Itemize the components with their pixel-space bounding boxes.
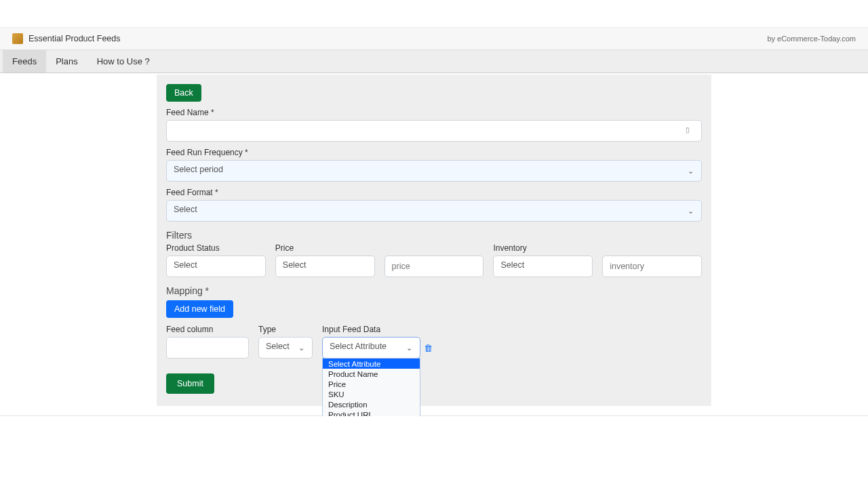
- mapping-heading: Mapping *: [166, 285, 702, 296]
- attribute-option[interactable]: Select Attribute: [323, 359, 420, 369]
- input-context-icon: ▯: [686, 126, 690, 134]
- attribute-dropdown[interactable]: Select AttributeProduct NamePriceSKUDesc…: [322, 358, 420, 416]
- app-header: Essential Product Feeds by eCommerce-Tod…: [0, 27, 868, 50]
- price-label: Price: [275, 243, 375, 253]
- attribute-select[interactable]: Select Attribute: [322, 337, 420, 359]
- run-frequency-label: Feed Run Frequency *: [166, 148, 702, 157]
- feed-column-input[interactable]: [166, 337, 249, 359]
- attribute-option[interactable]: Product URL: [323, 409, 420, 416]
- price-input[interactable]: [384, 256, 484, 277]
- feed-name-input[interactable]: [166, 120, 702, 142]
- add-new-field-button[interactable]: Add new field: [166, 300, 233, 318]
- tab-howto[interactable]: How to Use ?: [87, 50, 159, 73]
- window-top-space: [0, 0, 868, 27]
- feed-format-label: Feed Format *: [166, 188, 702, 197]
- app-title: Essential Product Feeds: [28, 34, 121, 43]
- footer-separator: [0, 415, 868, 416]
- attribute-option[interactable]: Description: [323, 399, 420, 409]
- attribute-option[interactable]: SKU: [323, 389, 420, 399]
- brand: Essential Product Feeds: [12, 33, 121, 44]
- feed-form-panel: Back Feed Name * ▯ Feed Run Frequency * …: [157, 75, 711, 406]
- input-feed-data-header: Input Feed Data: [322, 325, 420, 334]
- price-operator-select[interactable]: Select: [275, 256, 375, 277]
- delete-row-icon[interactable]: 🗑: [424, 343, 433, 353]
- tab-plans[interactable]: Plans: [46, 50, 87, 73]
- attribute-option[interactable]: Product Name: [323, 369, 420, 379]
- submit-button[interactable]: Submit: [166, 373, 214, 394]
- filters-heading: Filters: [166, 230, 702, 241]
- inventory-input[interactable]: [602, 256, 702, 277]
- attribute-option[interactable]: Price: [323, 379, 420, 389]
- inventory-operator-select[interactable]: Select: [493, 256, 593, 277]
- feed-format-select[interactable]: Select: [166, 200, 702, 222]
- tab-feeds[interactable]: Feeds: [3, 50, 46, 73]
- product-status-select[interactable]: Select: [166, 256, 266, 277]
- type-header: Type: [258, 325, 313, 334]
- type-select[interactable]: Select: [258, 337, 313, 359]
- product-status-label: Product Status: [166, 243, 266, 253]
- back-button[interactable]: Back: [166, 84, 201, 102]
- main-tabs: Feeds Plans How to Use ?: [0, 50, 868, 73]
- feed-name-label: Feed Name *: [166, 108, 702, 117]
- inventory-label: Inventory: [493, 243, 593, 253]
- feed-column-header: Feed column: [166, 325, 249, 334]
- run-frequency-select[interactable]: Select period: [166, 160, 702, 182]
- app-logo-icon: [12, 33, 23, 44]
- byline: by eCommerce-Today.com: [767, 35, 856, 43]
